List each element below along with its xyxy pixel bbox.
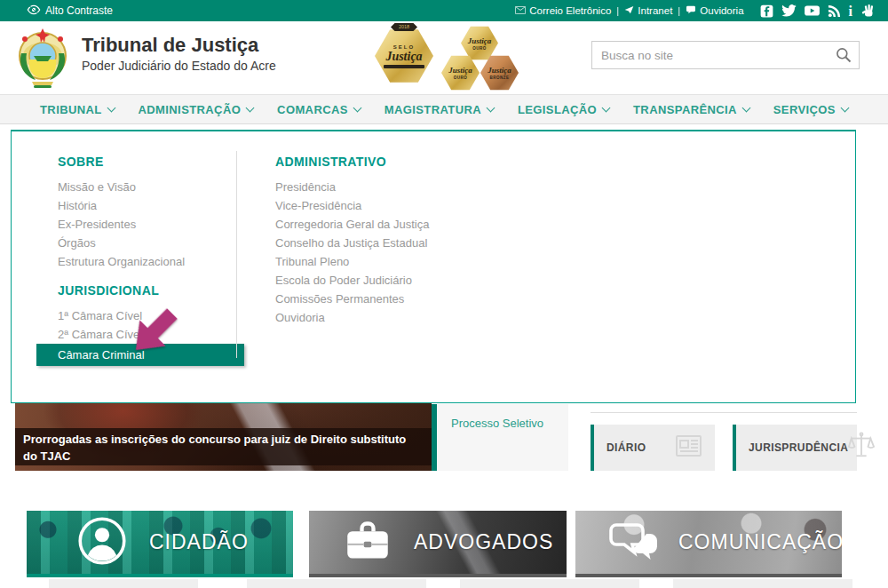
dropdown-heading-sobre: SOBRE bbox=[58, 155, 234, 169]
youtube-icon[interactable] bbox=[805, 4, 820, 17]
seal-year-tab: 2018 bbox=[391, 23, 417, 31]
menu-item-conselho-justica-estadual[interactable]: Conselho da Justiça Estadual bbox=[265, 234, 531, 252]
search-input[interactable] bbox=[592, 42, 829, 68]
chevron-down-icon bbox=[840, 103, 849, 112]
selo-justica-large-badge: SELO Justiça bbox=[375, 28, 433, 83]
footer-stub-bar bbox=[49, 579, 198, 588]
menu-item-corregedoria[interactable]: Corregedoria Geral da Justiça bbox=[265, 215, 531, 234]
separator: | bbox=[678, 5, 680, 16]
libras-hand-icon[interactable] bbox=[860, 4, 876, 18]
intranet-link[interactable]: Intranet bbox=[624, 5, 672, 16]
paper-plane-icon bbox=[624, 5, 634, 16]
site-subtitle: Poder Judiciário do Estado do Acre bbox=[82, 59, 276, 73]
menu-item-missao-e-visao[interactable]: Missão e Visão bbox=[47, 178, 234, 196]
diario-quick-link[interactable]: DIÁRIO bbox=[591, 425, 715, 471]
footer-stub-bar bbox=[673, 579, 852, 588]
chevron-down-icon bbox=[353, 103, 361, 112]
menu-item-ouvidoria[interactable]: Ouvidoria bbox=[265, 308, 531, 327]
footer-stub-bar bbox=[460, 579, 639, 588]
nav-transparencia[interactable]: TRANSPARÊNCIA bbox=[633, 103, 749, 116]
person-icon bbox=[78, 517, 126, 568]
tribunal-dropdown-panel: SOBRE Missão e Visão História Ex-Preside… bbox=[11, 130, 856, 403]
briefcase-icon bbox=[345, 520, 391, 566]
jurisprudencia-quick-link[interactable]: JURISPRUDÊNCIA bbox=[733, 425, 857, 471]
processo-seletivo-label[interactable]: Processo Seletivo bbox=[437, 404, 568, 430]
nav-tribunal[interactable]: TRIBUNAL bbox=[40, 103, 115, 116]
chat-bubble-icon bbox=[686, 5, 696, 16]
dropdown-heading-jurisdicional: JURISDICIONAL bbox=[58, 283, 234, 298]
search-icon[interactable] bbox=[829, 46, 859, 64]
dropdown-heading-administrativo: ADMINISTRATIVO bbox=[275, 155, 531, 169]
site-search bbox=[591, 41, 860, 69]
chevron-down-icon bbox=[741, 103, 750, 112]
news-headline[interactable]: Prorrogadas as inscrições do concurso pa… bbox=[15, 428, 432, 465]
rss-icon[interactable] bbox=[828, 4, 841, 18]
nav-administracao[interactable]: ADMINISTRAÇÃO bbox=[139, 103, 254, 116]
selo-justica-small-badge-ouro: Justiça OURO bbox=[441, 55, 480, 91]
dropdown-column-divider bbox=[236, 151, 237, 358]
menu-item-historia[interactable]: História bbox=[47, 196, 234, 215]
comunicacao-card[interactable]: COMUNICAÇÃO bbox=[575, 511, 842, 577]
menu-item-tribunal-pleno[interactable]: Tribunal Pleno bbox=[265, 252, 531, 271]
news-banner[interactable]: Prorrogadas as inscrições do concurso pa… bbox=[15, 398, 432, 471]
chevron-down-icon bbox=[487, 103, 496, 112]
contrast-eye-icon bbox=[27, 4, 41, 19]
site-header: Tribunal de Justiça Poder Judiciário do … bbox=[0, 21, 888, 94]
newspaper-icon bbox=[674, 433, 715, 463]
advogados-card[interactable]: ADVOGADOS bbox=[309, 511, 567, 577]
nav-servicos[interactable]: SERVIÇOS bbox=[773, 103, 848, 116]
contrast-label: Alto Contraste bbox=[45, 4, 113, 17]
selo-justica-small-badge-ouro: Justiça OURO bbox=[461, 26, 498, 60]
chevron-down-icon bbox=[246, 103, 255, 112]
menu-item-orgaos[interactable]: Órgãos bbox=[47, 234, 234, 252]
speech-bubbles-icon bbox=[609, 520, 659, 565]
high-contrast-toggle[interactable]: Alto Contraste bbox=[0, 4, 113, 19]
scales-icon bbox=[848, 432, 885, 464]
chevron-down-icon bbox=[602, 103, 611, 112]
twitter-icon[interactable] bbox=[781, 4, 797, 18]
cidadao-card[interactable]: CIDADÃO bbox=[27, 511, 293, 577]
menu-item-escola-poder-judiciario[interactable]: Escola do Poder Judiciário bbox=[265, 271, 531, 290]
menu-item-vice-presidencia[interactable]: Vice-Presidência bbox=[265, 196, 531, 215]
facebook-icon[interactable] bbox=[760, 4, 773, 18]
ouvidoria-link[interactable]: Ouvidoria bbox=[686, 5, 743, 16]
menu-item-comissoes-permanentes[interactable]: Comissões Permanentes bbox=[265, 290, 531, 308]
menu-item-ex-presidentes[interactable]: Ex-Presidentes bbox=[47, 215, 234, 234]
banner-accent-bar bbox=[432, 404, 437, 471]
nav-legislacao[interactable]: LEGISLAÇÃO bbox=[518, 103, 609, 116]
acre-coat-of-arms-logo bbox=[14, 27, 71, 89]
menu-item-presidencia[interactable]: Presidência bbox=[265, 178, 531, 196]
top-utility-bar: Alto Contraste Correio Eletrônico | Intr… bbox=[0, 0, 888, 21]
info-icon[interactable]: i bbox=[849, 4, 852, 18]
chevron-down-icon bbox=[107, 103, 115, 112]
footer-stub-bar bbox=[247, 579, 426, 588]
processo-seletivo-card[interactable]: Processo Seletivo bbox=[437, 404, 568, 471]
site-title[interactable]: Tribunal de Justiça bbox=[82, 34, 258, 57]
envelope-icon bbox=[515, 5, 526, 16]
nav-magistratura[interactable]: MAGISTRATURA bbox=[385, 103, 494, 116]
webmail-link[interactable]: Correio Eletrônico bbox=[515, 5, 611, 16]
menu-item-estrutura-organizacional[interactable]: Estrutura Organizacional bbox=[47, 252, 234, 271]
selo-justica-small-badge-bronze: Justiça BRONZE bbox=[480, 55, 519, 91]
main-navigation: TRIBUNAL ADMINISTRAÇÃO COMARCAS MAGISTRA… bbox=[0, 94, 888, 124]
seal-band bbox=[384, 65, 424, 68]
nav-comarcas[interactable]: COMARCAS bbox=[277, 103, 361, 116]
separator: | bbox=[616, 5, 619, 16]
